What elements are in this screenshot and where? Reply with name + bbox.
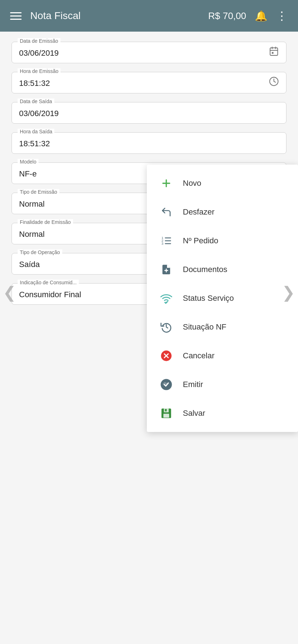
menu-item-documentos[interactable]: Documentos [147, 255, 298, 284]
clock-icon [269, 77, 279, 89]
dropdown-menu: Novo Desfazer 1 2 3 [147, 165, 298, 432]
label-data-emissao: Data de Emissão [18, 38, 60, 44]
menu-label-documentos: Documentos [183, 265, 227, 274]
field-wrapper-data-emissao[interactable]: Data de Emissão 03/06/2019 [12, 42, 286, 63]
menu-label-novo: Novo [183, 179, 201, 188]
notification-bell-icon[interactable]: 🔔 [255, 10, 267, 22]
value-data-saida: 03/06/2019 [19, 109, 279, 118]
value-data-emissao: 03/06/2019 [19, 49, 279, 58]
menu-item-novo[interactable]: Novo [147, 169, 298, 198]
wifi-check-icon [160, 292, 173, 305]
menu-label-cancelar: Cancelar [183, 351, 215, 360]
main-content: ❮ ❯ Data de Emissão 03/06/2019 Hora de E… [0, 32, 298, 323]
hamburger-button[interactable] [10, 12, 22, 20]
svg-rect-4 [272, 52, 274, 54]
nav-arrow-left[interactable]: ❮ [0, 280, 19, 304]
menu-label-desfazer: Desfazer [183, 207, 215, 217]
field-data-saida: Data de Saída 03/06/2019 [12, 102, 286, 124]
svg-rect-0 [270, 48, 278, 55]
menu-label-status-servico: Status Serviço [183, 294, 234, 303]
ordered-list-icon: 1 2 3 [160, 234, 173, 247]
page-title: Nota Fiscal [30, 10, 81, 22]
label-indicacao-consumidor: Indicação de Consumid... [18, 280, 79, 285]
menu-item-desfazer[interactable]: Desfazer [147, 198, 298, 226]
menu-item-cancelar[interactable]: Cancelar [147, 341, 298, 370]
label-tipo-emissao: Tipo de Emissão [18, 189, 59, 195]
x-circle-icon [160, 349, 173, 362]
undo-icon [160, 206, 173, 218]
label-data-saida: Data de Saída [18, 98, 54, 104]
label-tipo-operacao: Tipo de Operação [18, 249, 62, 255]
menu-label-salvar: Salvar [183, 409, 205, 418]
field-wrapper-hora-saida[interactable]: Hora da Saída 18:51:32 [12, 132, 286, 154]
nav-arrow-right[interactable]: ❯ [279, 280, 298, 304]
value-hora-emissao: 18:51:32 [19, 79, 279, 88]
menu-label-emitir: Emitir [183, 380, 203, 389]
field-data-emissao: Data de Emissão 03/06/2019 [12, 42, 286, 63]
header-left: Nota Fiscal [10, 10, 81, 22]
amount-display: R$ 70,00 [208, 10, 246, 22]
svg-text:3: 3 [162, 242, 163, 245]
svg-rect-24 [165, 409, 167, 411]
save-icon [160, 407, 173, 420]
more-options-icon[interactable]: ⋮ [276, 9, 288, 23]
field-hora-saida: Hora da Saída 18:51:32 [12, 132, 286, 154]
header-right: R$ 70,00 🔔 ⋮ [208, 9, 288, 23]
menu-item-salvar[interactable]: Salvar [147, 399, 298, 428]
field-wrapper-hora-emissao[interactable]: Hora de Emissão 18:51:32 [12, 72, 286, 93]
menu-item-pedido[interactable]: 1 2 3 Nº Pedido [147, 226, 298, 255]
menu-item-situacao-nf[interactable]: Situação NF [147, 313, 298, 341]
menu-item-emitir[interactable]: Emitir [147, 370, 298, 399]
field-wrapper-data-saida[interactable]: Data de Saída 03/06/2019 [12, 102, 286, 124]
label-finalidade-emissao: Finalidade de Emissão [18, 219, 73, 225]
calendar-icon [269, 46, 279, 59]
field-hora-emissao: Hora de Emissão 18:51:32 [12, 72, 286, 93]
menu-item-status-servico[interactable]: Status Serviço [147, 284, 298, 313]
label-modelo: Modelo [18, 159, 39, 165]
app-header: Nota Fiscal R$ 70,00 🔔 ⋮ [0, 0, 298, 32]
cloud-check-icon [160, 378, 173, 391]
plus-icon [160, 177, 173, 190]
value-hora-saida: 18:51:32 [19, 139, 279, 148]
menu-label-situacao-nf: Situação NF [183, 322, 226, 332]
document-add-icon [160, 263, 173, 276]
label-hora-saida: Hora da Saída [18, 129, 54, 134]
menu-label-pedido: Nº Pedido [183, 236, 218, 245]
history-clock-icon [160, 321, 173, 334]
svg-rect-23 [163, 414, 169, 418]
label-hora-emissao: Hora de Emissão [18, 68, 60, 74]
